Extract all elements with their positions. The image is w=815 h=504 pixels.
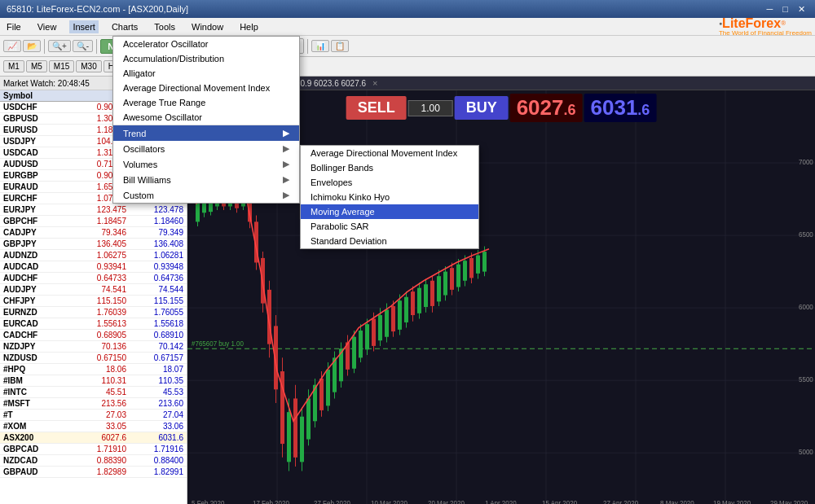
menu-awesome-label: Awesome Oscillator <box>123 112 202 122</box>
menu-accelerator-label: Accelerator Oscillator <box>123 39 209 49</box>
tf-m30[interactable]: M30 <box>76 60 101 72</box>
menu-view[interactable]: View <box>34 20 60 33</box>
row-ask: 1.82991 <box>126 467 183 476</box>
tf-m5[interactable]: M5 <box>26 60 47 72</box>
market-watch-row[interactable]: NZDJPY 70.136 70.142 <box>0 341 187 353</box>
menu-accelerator[interactable]: Accelerator Oscillator <box>113 37 299 51</box>
trend-arrow-icon: ▶ <box>283 128 289 138</box>
menu-charts[interactable]: Charts <box>108 20 141 33</box>
menu-file[interactable]: File <box>3 20 24 33</box>
volumes-arrow-icon: ▶ <box>283 159 289 169</box>
row-symbol: NZDJPY <box>3 342 61 351</box>
svg-text:5000: 5000 <box>799 448 813 457</box>
market-watch-row[interactable]: EURNZD 1.76039 1.76055 <box>0 307 187 318</box>
row-symbol: EURAUD <box>3 182 61 191</box>
row-ask: 18.07 <box>126 365 183 374</box>
row-bid: 70.136 <box>61 342 126 351</box>
trend-envelopes-label: Envelopes <box>311 177 352 187</box>
row-bid: 136.405 <box>61 239 126 248</box>
market-watch-row[interactable]: ASX200 6027.6 6031.6 <box>0 432 187 444</box>
svg-text:29 May 2020: 29 May 2020 <box>770 498 808 504</box>
trend-std-dev[interactable]: Standard Deviation <box>301 234 478 248</box>
new-chart-btn[interactable]: 📈 <box>3 40 21 52</box>
menu-trend[interactable]: Trend ▶ <box>113 125 299 141</box>
lot-size-input[interactable] <box>408 100 453 116</box>
market-watch-row[interactable]: EURCAD 1.55613 1.55618 <box>0 318 187 330</box>
row-bid: 0.93941 <box>61 262 126 271</box>
row-ask: 0.64736 <box>126 274 183 283</box>
market-watch-row[interactable]: #HPQ 18.06 18.07 <box>0 364 187 375</box>
menu-window[interactable]: Window <box>188 20 227 33</box>
zoom-out-btn[interactable]: 🔍- <box>73 40 93 52</box>
row-symbol: EURNZD <box>3 308 61 317</box>
row-bid: 79.346 <box>61 228 126 237</box>
menu-accumulation[interactable]: Accumulation/Distribution <box>113 51 299 66</box>
menu-awesome[interactable]: Awesome Oscillator <box>113 110 299 125</box>
trend-parabolic-label: Parabolic SAR <box>311 221 369 231</box>
trend-envelopes[interactable]: Envelopes <box>301 175 478 190</box>
close-btn[interactable]: ✕ <box>795 4 808 15</box>
market-watch-row[interactable]: NZDCAD 0.88390 0.88400 <box>0 455 187 467</box>
templates-btn[interactable]: 📋 <box>331 40 349 52</box>
row-bid: 45.51 <box>61 388 126 397</box>
market-watch-row[interactable]: CHFJPY 115.150 115.155 <box>0 296 187 307</box>
menu-help[interactable]: Help <box>236 20 262 33</box>
market-watch-row[interactable]: AUDNZD 1.06275 1.06281 <box>0 250 187 261</box>
menu-billwilliams[interactable]: Bill Williams ▶ <box>113 172 299 187</box>
market-watch-row[interactable]: AUDCAD 0.93941 0.93948 <box>0 261 187 273</box>
tf-m15[interactable]: M15 <box>49 60 74 72</box>
market-watch-row[interactable]: #IBM 110.31 110.35 <box>0 375 187 387</box>
market-watch-row[interactable]: #MSFT 213.56 213.60 <box>0 398 187 410</box>
sell-price-display: 6027.6 <box>510 94 583 122</box>
trend-ichimoku[interactable]: Ichimoku Kinko Hyo <box>301 190 478 204</box>
market-watch-row[interactable]: #T 27.03 27.04 <box>0 410 187 421</box>
market-watch-row[interactable]: #XOM 33.05 33.06 <box>0 421 187 432</box>
zoom-in-btn[interactable]: 🔍+ <box>48 40 71 52</box>
trend-parabolic-sar[interactable]: Parabolic SAR <box>301 219 478 234</box>
menu-alligator[interactable]: Alligator <box>113 66 299 81</box>
tf-m1[interactable]: M1 <box>3 60 24 72</box>
row-symbol: GBPUSD <box>3 114 61 123</box>
trend-admi[interactable]: Average Directional Movement Index <box>301 146 478 160</box>
chart-close-btn[interactable]: × <box>372 78 377 88</box>
maximize-btn[interactable]: □ <box>779 4 791 15</box>
market-watch-row[interactable]: GBPCHF 1.18457 1.18460 <box>0 216 187 227</box>
menu-admi[interactable]: Average Directional Movement Index <box>113 81 299 95</box>
market-watch-row[interactable]: #INTC 45.51 45.53 <box>0 387 187 398</box>
indicators-btn[interactable]: 📊 <box>311 40 329 52</box>
market-watch-row[interactable]: GBPAUD 1.82989 1.82991 <box>0 467 187 478</box>
menu-custom[interactable]: Custom ▶ <box>113 187 299 203</box>
menu-atr[interactable]: Average True Range <box>113 95 299 110</box>
market-watch-row[interactable]: AUDJPY 74.541 74.544 <box>0 284 187 296</box>
market-watch-row[interactable]: GBPJPY 136.405 136.408 <box>0 239 187 250</box>
row-symbol: EURCHF <box>3 194 61 203</box>
row-symbol: GBPJPY <box>3 239 61 248</box>
menu-insert[interactable]: Insert <box>69 20 99 33</box>
menu-oscillators[interactable]: Oscillators ▶ <box>113 141 299 156</box>
trend-bollinger[interactable]: Bollinger Bands <box>301 160 478 175</box>
sell-button[interactable]: SELL <box>346 96 407 120</box>
market-watch-row[interactable]: NZDUSD 0.67150 0.67157 <box>0 353 187 364</box>
menu-volumes[interactable]: Volumes ▶ <box>113 156 299 172</box>
row-symbol: AUDCAD <box>3 262 61 271</box>
app-title: 65810: LiteForex-ECN2.com - [ASX200,Dail… <box>7 4 188 14</box>
trend-bollinger-label: Bollinger Bands <box>311 163 373 173</box>
row-ask: 115.155 <box>126 296 183 305</box>
row-bid: 6027.6 <box>61 433 126 442</box>
minimize-btn[interactable]: ─ <box>764 4 777 15</box>
buy-button[interactable]: BUY <box>455 96 509 120</box>
market-watch-row[interactable]: CADJPY 79.346 79.349 <box>0 227 187 239</box>
row-symbol: CHFJPY <box>3 296 61 305</box>
market-watch-row[interactable]: AUDCHF 0.64733 0.64736 <box>0 273 187 284</box>
row-symbol: NZDCAD <box>3 456 61 465</box>
row-symbol: AUDCHF <box>3 274 61 283</box>
open-btn[interactable]: 📂 <box>23 40 41 52</box>
row-ask: 0.93948 <box>126 262 183 271</box>
market-watch-row[interactable]: EURJPY 123.475 123.478 <box>0 204 187 216</box>
row-bid: 123.475 <box>61 205 126 214</box>
market-watch-row[interactable]: CADCHF 0.68905 0.68910 <box>0 330 187 341</box>
menu-tools[interactable]: Tools <box>151 20 178 33</box>
oscillators-arrow-icon: ▶ <box>283 143 289 154</box>
market-watch-row[interactable]: GBPCAD 1.71910 1.71916 <box>0 444 187 455</box>
trend-moving-average[interactable]: Moving Average <box>301 204 478 219</box>
